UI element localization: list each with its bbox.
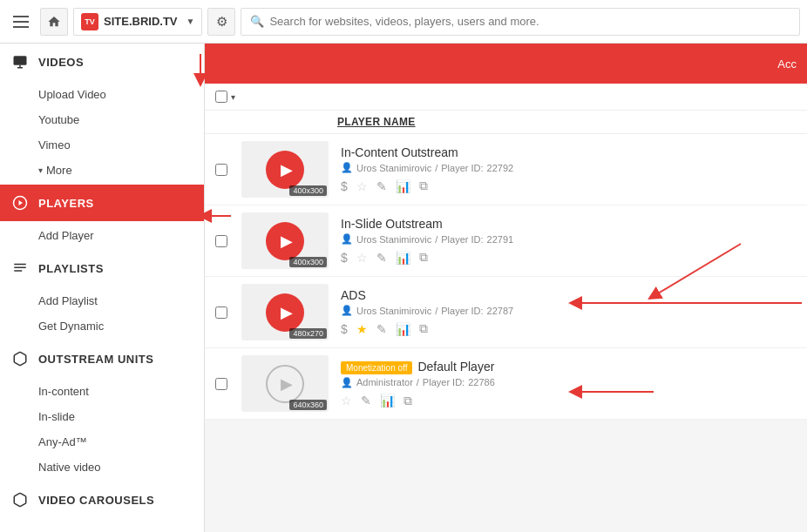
sidebar-item-more[interactable]: ▾ More bbox=[0, 158, 204, 183]
home-button[interactable] bbox=[40, 8, 68, 36]
star-icon-1[interactable]: ☆ bbox=[356, 179, 368, 193]
play-triangle-icon-2: ▶ bbox=[281, 232, 293, 251]
sidebar-item-upload-video[interactable]: Upload Video bbox=[0, 82, 204, 107]
play-button-2[interactable]: ▶ bbox=[266, 222, 304, 260]
chart-icon-4[interactable]: 📊 bbox=[380, 394, 395, 407]
row-checkbox-1 bbox=[215, 164, 241, 176]
red-bar-text: Acc bbox=[777, 57, 797, 71]
row-info-3: ADS 👤 Uros Stanimirovic / Player ID: 227… bbox=[341, 288, 797, 336]
sidebar-item-add-player[interactable]: Add Player bbox=[0, 223, 204, 248]
player-actions-3: $ ★ ✎ 📊 ⧉ bbox=[341, 321, 797, 336]
sidebar-header-playlists[interactable]: PLAYLISTS bbox=[0, 250, 204, 286]
sidebar-items-playlists: Add Playlist Get Dynamic bbox=[0, 286, 204, 340]
sidebar-section-outstream: OUTSTREAM UNITS In-content In-slide Any-… bbox=[0, 340, 204, 481]
player-meta-1: 👤 Uros Stanimirovic / Player ID: 22792 bbox=[341, 162, 797, 173]
videos-icon bbox=[10, 52, 30, 71]
copy-icon-1[interactable]: ⧉ bbox=[419, 178, 428, 193]
play-triangle-icon-3: ▶ bbox=[281, 303, 293, 322]
row-checkbox-3 bbox=[215, 306, 241, 319]
star-icon-3[interactable]: ★ bbox=[356, 322, 368, 336]
copy-icon-4[interactable]: ⧉ bbox=[404, 394, 412, 408]
star-icon-2[interactable]: ☆ bbox=[356, 251, 368, 265]
player-user-3: Uros Stanimirovic bbox=[356, 306, 431, 316]
edit-icon-3[interactable]: ✎ bbox=[376, 322, 387, 336]
search-bar: 🔍 bbox=[241, 8, 800, 36]
sidebar-header-outstream[interactable]: OUTSTREAM UNITS bbox=[0, 340, 204, 377]
copy-icon-3[interactable]: ⧉ bbox=[419, 321, 428, 336]
row-select-2[interactable] bbox=[215, 235, 227, 247]
edit-icon-1[interactable]: ✎ bbox=[376, 179, 387, 193]
player-user-4: Administrator bbox=[356, 377, 413, 387]
svg-rect-0 bbox=[14, 56, 27, 65]
sidebar-header-players[interactable]: PLAYERS bbox=[0, 185, 204, 221]
dollar-icon-1[interactable]: $ bbox=[341, 179, 348, 193]
svg-marker-2 bbox=[19, 200, 24, 205]
sidebar-item-vimeo[interactable]: Vimeo bbox=[0, 132, 204, 158]
menu-button[interactable] bbox=[7, 8, 35, 36]
sidebar-label-players: PLAYERS bbox=[38, 197, 94, 210]
edit-icon-4[interactable]: ✎ bbox=[361, 394, 371, 407]
sidebar-items-outstream: In-content In-slide Any-Ad™ Native video bbox=[0, 377, 204, 481]
dollar-icon-3[interactable]: $ bbox=[341, 322, 348, 336]
sidebar-item-any-ad[interactable]: Any-Ad™ bbox=[0, 429, 204, 455]
select-all-checkbox[interactable] bbox=[215, 91, 227, 103]
play-triangle-icon-4: ▶ bbox=[281, 374, 293, 394]
site-dropdown-arrow: ▼ bbox=[186, 17, 195, 26]
search-input[interactable] bbox=[269, 15, 790, 28]
dollar-icon-2[interactable]: $ bbox=[341, 251, 348, 265]
row-select-1[interactable] bbox=[215, 164, 227, 176]
sidebar-item-youtube[interactable]: Youtube bbox=[0, 107, 204, 132]
row-thumbnail-1: ▶ 400x300 bbox=[241, 141, 329, 198]
copy-icon-2[interactable]: ⧉ bbox=[419, 250, 428, 265]
row-select-3[interactable] bbox=[215, 306, 227, 319]
search-icon: 🔍 bbox=[250, 15, 264, 28]
players-table: ▾ PLAYER NAME ▶ bbox=[205, 84, 807, 420]
sidebar-item-get-dynamic[interactable]: Get Dynamic bbox=[0, 313, 204, 339]
playlists-icon bbox=[10, 259, 30, 278]
svg-rect-3 bbox=[14, 264, 26, 266]
row-select-4[interactable] bbox=[215, 378, 227, 390]
play-button-3[interactable]: ▶ bbox=[266, 293, 304, 332]
edit-icon-2[interactable]: ✎ bbox=[376, 251, 387, 265]
topbar: TV SITE.BRID.TV ▼ ⚙ 🔍 bbox=[0, 0, 807, 44]
chart-icon-3[interactable]: 📊 bbox=[396, 322, 410, 336]
row-checkbox-2 bbox=[215, 235, 241, 247]
sidebar-items-videos: Upload Video Youtube Vimeo ▾ More bbox=[0, 80, 204, 185]
sidebar-section-playlists: PLAYLISTS Add Playlist Get Dynamic bbox=[0, 250, 204, 340]
sidebar-section-video-carousels: VIDEO CAROUSELS bbox=[0, 481, 204, 518]
player-user-2: Uros Stanimirovic bbox=[356, 234, 431, 245]
star-icon-4[interactable]: ☆ bbox=[341, 394, 352, 407]
main-layout: VIDEOS Upload Video Youtube Vimeo ▾ More… bbox=[0, 44, 807, 532]
player-title-1: In-Content Outstream bbox=[341, 145, 797, 159]
player-user-1: Uros Stanimirovic bbox=[356, 163, 431, 173]
th-player-name[interactable]: PLAYER NAME bbox=[337, 116, 797, 128]
select-dropdown-button[interactable]: ▾ bbox=[231, 92, 235, 102]
row-thumbnail-3: ▶ 480x270 bbox=[241, 284, 329, 340]
svg-rect-5 bbox=[14, 270, 22, 272]
sidebar-label-outstream: OUTSTREAM UNITS bbox=[38, 353, 153, 366]
sidebar-item-native-video[interactable]: Native video bbox=[0, 455, 204, 480]
play-button-1[interactable]: ▶ bbox=[266, 151, 304, 189]
settings-button[interactable]: ⚙ bbox=[207, 8, 235, 36]
svg-rect-4 bbox=[14, 267, 26, 269]
row-thumbnail-4: ▶ 640x360 bbox=[241, 355, 329, 412]
player-title-4: Monetization offDefault Player bbox=[341, 360, 797, 374]
sidebar-item-in-content[interactable]: In-content bbox=[0, 379, 204, 404]
table-row: ▶ 640x360 Monetization offDefault Player… bbox=[205, 348, 807, 420]
sidebar-header-videos[interactable]: VIDEOS bbox=[0, 44, 204, 80]
thumb-label-2: 400x300 bbox=[289, 257, 327, 267]
chart-icon-2[interactable]: 📊 bbox=[396, 251, 410, 265]
sidebar-header-video-carousels[interactable]: VIDEO CAROUSELS bbox=[0, 481, 204, 518]
sidebar-label-playlists: PLAYLISTS bbox=[38, 262, 104, 275]
user-icon-4: 👤 bbox=[341, 377, 353, 388]
chart-icon-1[interactable]: 📊 bbox=[396, 179, 410, 193]
sidebar-section-players: PLAYERS Add Player bbox=[0, 185, 204, 250]
site-selector[interactable]: TV SITE.BRID.TV ▼ bbox=[73, 8, 202, 36]
player-actions-4: ☆ ✎ 📊 ⧉ bbox=[341, 394, 797, 408]
red-bar: Acc bbox=[205, 44, 807, 84]
sidebar-item-in-slide[interactable]: In-slide bbox=[0, 404, 204, 429]
user-icon-1: 👤 bbox=[341, 162, 353, 173]
play-button-4[interactable]: ▶ bbox=[266, 365, 304, 403]
sidebar-item-add-playlist[interactable]: Add Playlist bbox=[0, 288, 204, 313]
player-id-label-2: Player ID: bbox=[441, 234, 483, 245]
